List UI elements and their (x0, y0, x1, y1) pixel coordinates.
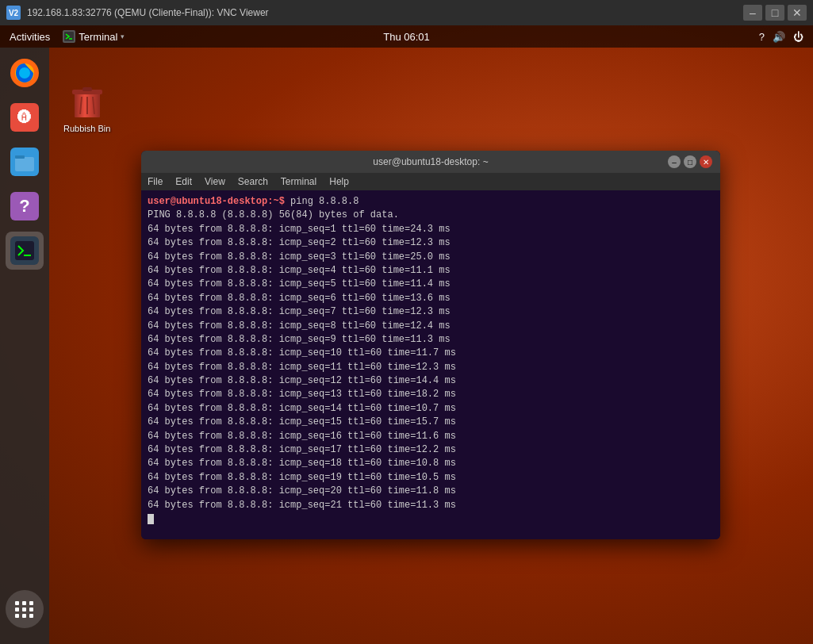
topbar-help-icon[interactable]: ? (759, 31, 765, 43)
terminal-maximize-button[interactable]: □ (684, 155, 696, 168)
terminal-output-line: 64 bytes from 8.8.8.8: icmp_seq=5 ttl=60… (148, 278, 714, 291)
vnc-app-icon: V2 (6, 6, 21, 20)
terminal-menu-edit[interactable]: Edit (175, 176, 192, 187)
terminal-window-title: user@ubuntu18-desktop: ~ (373, 156, 488, 167)
terminal-output-line: 64 bytes from 8.8.8.8: icmp_seq=20 ttl=6… (148, 485, 714, 498)
terminal-output-line: 64 bytes from 8.8.8.8: icmp_seq=3 ttl=60… (148, 251, 714, 264)
terminal-output-line: 64 bytes from 8.8.8.8: icmp_seq=7 ttl=60… (148, 305, 714, 319)
terminal-app-icon (63, 30, 75, 43)
terminal-output-line: 64 bytes from 8.8.8.8: icmp_seq=6 ttl=60… (148, 292, 714, 305)
sidebar-item-terminal[interactable] (6, 232, 44, 270)
terminal-output-line: 64 bytes from 8.8.8.8: icmp_seq=2 ttl=60… (148, 236, 714, 250)
terminal-output-line: 64 bytes from 8.8.8.8: icmp_seq=16 ttl=6… (148, 430, 714, 443)
terminal-output-line: 64 bytes from 8.8.8.8: icmp_seq=21 ttl=6… (148, 499, 714, 512)
topbar-app-label: Terminal (79, 31, 117, 43)
terminal-output-line: PING 8.8.8.8 (8.8.8.8) 56(84) bytes of d… (148, 209, 714, 222)
terminal-close-button[interactable]: ✕ (700, 155, 712, 168)
terminal-output[interactable]: user@ubuntu18-desktop:~$ ping 8.8.8.8 PI… (141, 190, 720, 539)
terminal-output-line: 64 bytes from 8.8.8.8: icmp_seq=1 ttl=60… (148, 223, 714, 236)
terminal-menu-file[interactable]: File (148, 176, 163, 187)
terminal-menu-terminal[interactable]: Terminal (281, 176, 316, 187)
terminal-output-lines: PING 8.8.8.8 (8.8.8.8) 56(84) bytes of d… (148, 209, 714, 512)
terminal-window: user@ubuntu18-desktop: ~ – □ ✕ File Edit… (141, 151, 720, 539)
svg-point-4 (19, 67, 30, 79)
vnc-minimize-button[interactable]: – (743, 5, 762, 21)
sidebar-item-software[interactable]: 🅐 (6, 98, 44, 136)
sidebar-item-firefox[interactable] (6, 54, 44, 92)
terminal-output-line: 64 bytes from 8.8.8.8: icmp_seq=10 ttl=6… (148, 347, 714, 360)
svg-rect-12 (82, 87, 92, 91)
terminal-window-controls: – □ ✕ (668, 155, 712, 168)
terminal-cursor (148, 514, 154, 524)
vnc-window-controls: – □ ✕ (743, 5, 807, 21)
terminal-output-line: 64 bytes from 8.8.8.8: icmp_seq=4 ttl=60… (148, 264, 714, 278)
ubuntu-sidebar: 🅐 ? (0, 48, 49, 644)
terminal-output-line: 64 bytes from 8.8.8.8: icmp_seq=15 ttl=6… (148, 416, 714, 429)
vnc-titlebar: V2 192.168.1.83:32776 (QEMU (Cliente-Fin… (0, 0, 813, 25)
activities-button[interactable]: Activities (10, 31, 50, 43)
sidebar-show-apps[interactable] (6, 590, 44, 634)
terminal-output-line: 64 bytes from 8.8.8.8: icmp_seq=12 ttl=6… (148, 374, 714, 388)
terminal-output-line: 64 bytes from 8.8.8.8: icmp_seq=9 ttl=60… (148, 333, 714, 347)
terminal-menu-search[interactable]: Search (238, 176, 268, 187)
vnc-close-button[interactable]: ✕ (788, 5, 807, 21)
terminal-menu-help[interactable]: Help (329, 176, 349, 187)
topbar-power-icon[interactable]: ⏻ (793, 31, 803, 43)
terminal-prompt-line: user@ubuntu18-desktop:~$ ping 8.8.8.8 (148, 195, 714, 209)
ubuntu-desktop: Activities Terminal ▾ Thu 06:01 ? 🔊 ⏻ (0, 25, 813, 644)
sidebar-item-help[interactable]: ? (6, 187, 44, 225)
terminal-output-line: 64 bytes from 8.8.8.8: icmp_seq=13 ttl=6… (148, 388, 714, 401)
vnc-maximize-button[interactable]: □ (765, 5, 784, 21)
rubbish-bin-icon[interactable]: Rubbish Bin (63, 79, 110, 133)
topbar-volume-icon[interactable]: 🔊 (773, 31, 785, 43)
terminal-titlebar: user@ubuntu18-desktop: ~ – □ ✕ (141, 151, 720, 173)
terminal-minimize-button[interactable]: – (668, 155, 681, 168)
terminal-output-line: 64 bytes from 8.8.8.8: icmp_seq=8 ttl=60… (148, 320, 714, 333)
topbar-clock: Thu 06:01 (383, 31, 430, 43)
vnc-title: 192.168.1.83:32776 (QEMU (Cliente-Final)… (27, 7, 737, 18)
terminal-output-line: 64 bytes from 8.8.8.8: icmp_seq=18 ttl=6… (148, 457, 714, 470)
terminal-output-line: 64 bytes from 8.8.8.8: icmp_seq=19 ttl=6… (148, 471, 714, 485)
terminal-output-line: 64 bytes from 8.8.8.8: icmp_seq=17 ttl=6… (148, 443, 714, 457)
svg-rect-7 (15, 241, 34, 260)
topbar-app-menu[interactable]: Terminal ▾ (63, 30, 125, 43)
topbar-system-tray: ? 🔊 ⏻ (759, 31, 803, 43)
topbar-app-arrow: ▾ (121, 33, 125, 40)
terminal-prompt: user@ubuntu18-desktop:~$ (148, 196, 285, 207)
terminal-output-line: 64 bytes from 8.8.8.8: icmp_seq=11 ttl=6… (148, 361, 714, 374)
rubbish-bin-label: Rubbish Bin (63, 124, 110, 133)
svg-rect-6 (15, 155, 25, 159)
terminal-cursor-line (148, 512, 714, 526)
terminal-menubar: File Edit View Search Terminal Help (141, 173, 720, 190)
ubuntu-topbar: Activities Terminal ▾ Thu 06:01 ? 🔊 ⏻ (0, 25, 813, 48)
terminal-menu-view[interactable]: View (205, 176, 225, 187)
svg-rect-5 (15, 157, 34, 171)
terminal-output-line: 64 bytes from 8.8.8.8: icmp_seq=14 ttl=6… (148, 402, 714, 416)
terminal-command: ping 8.8.8.8 (285, 196, 359, 207)
sidebar-item-files[interactable] (6, 143, 44, 181)
